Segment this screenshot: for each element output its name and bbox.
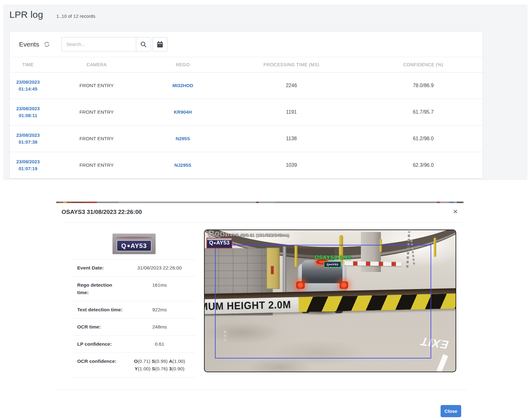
camera-cell: FRONT ENTRY xyxy=(46,83,147,88)
yellow-bollard xyxy=(434,238,436,257)
detail-row: OCR time: 248ms xyxy=(73,318,195,335)
events-title: Events xyxy=(19,41,39,48)
calendar-button[interactable] xyxy=(152,37,167,52)
table-row[interactable]: 23/08/202301:07:19 FRONT ENTRY NJ295S 10… xyxy=(10,152,483,179)
modal-close-button[interactable]: × xyxy=(453,207,458,215)
detail-value: 922ms xyxy=(124,306,195,314)
plate-thumbnail-image: QAY53 xyxy=(112,234,156,254)
detail-label: Rego detection time: xyxy=(73,281,124,296)
events-card: Events xyxy=(9,31,483,179)
table-row[interactable]: 23/08/202301:07:38 FRONT ENTRY N295S 113… xyxy=(10,126,483,152)
detail-row: Event Date: 31/08/2023 22:26:00 xyxy=(73,259,195,276)
column-header-camera[interactable]: CAMERA xyxy=(46,62,147,67)
modal-title: OSAYS3 31/08/2023 22:26:00 xyxy=(62,209,142,215)
event-detail-panel: QAY53 Event Date: 31/08/2023 22:26:00 Re… xyxy=(73,234,195,378)
confidence-cell: 61.7/95.7 xyxy=(364,109,482,115)
column-header-processing-time[interactable]: PROCESSING TIME (MS) xyxy=(219,62,364,67)
detection-overlay-text: OSAYS3 0.49/0.49/0.61 (161/922/248ms) xyxy=(208,233,289,237)
processing-time-cell: 1191 xyxy=(219,109,364,115)
processing-time-cell: 2246 xyxy=(219,83,364,88)
event-detail-modal: OSAYS3 31/08/2023 22:26:00 × QAY53 Event… xyxy=(56,206,467,420)
lpr-log-page: LPR log 1..10 of 12 records Events xyxy=(3,4,527,180)
detail-label: Text detection time: xyxy=(73,306,124,314)
detection-roi-rectangle xyxy=(215,245,431,358)
detail-value: 248ms xyxy=(124,323,195,331)
search-group xyxy=(62,37,151,52)
close-icon: × xyxy=(453,207,458,216)
detail-label: LP confidence: xyxy=(73,340,124,348)
camera-cell: FRONT ENTRY xyxy=(46,162,147,168)
detail-value: 161ms xyxy=(124,281,195,296)
camera-cell: FRONT ENTRY xyxy=(46,109,147,115)
modal-footer-divider xyxy=(56,390,467,390)
confidence-cell: 62.3/96.0 xyxy=(364,162,482,168)
event-time-link[interactable]: 23/08/202301:07:38 xyxy=(10,132,46,146)
detail-label: OCR time: xyxy=(73,323,124,331)
detail-label: Event Date: xyxy=(73,264,124,272)
detail-label: OCR confidence: xyxy=(73,358,124,373)
search-button[interactable] xyxy=(136,37,151,52)
plate-text: QAY53 xyxy=(117,240,152,251)
event-details-list: Event Date: 31/08/2023 22:26:00 Rego det… xyxy=(73,259,195,378)
close-button[interactable]: Close xyxy=(441,405,461,417)
detail-row: Text detection time: 922ms xyxy=(73,301,195,318)
confidence-cell: 61.2/98.0 xyxy=(364,136,482,141)
refresh-icon xyxy=(43,41,50,48)
event-time-link[interactable]: 23/08/202301:08:11 xyxy=(10,105,46,119)
detection-plate-box: Q●AY53 xyxy=(324,261,341,268)
confidence-cell: 78.0/86.9 xyxy=(364,83,482,88)
detail-value: 0.61 xyxy=(124,340,195,348)
calendar-icon xyxy=(157,41,163,48)
rego-link[interactable]: NJ295S xyxy=(174,162,191,168)
table-row[interactable]: 23/08/202301:08:11 FRONT ENTRY KR904H 11… xyxy=(10,99,483,126)
page-header: LPR log 1..10 of 12 records xyxy=(9,9,95,20)
event-time-link[interactable]: 23/08/202301:07:19 xyxy=(10,158,46,172)
detected-plate-crop: QAY53 xyxy=(207,238,232,248)
page-title: LPR log xyxy=(9,9,43,20)
column-header-rego[interactable]: REGO xyxy=(147,62,219,67)
processing-time-cell: 1138 xyxy=(219,136,364,141)
detail-row: LP confidence: 0.61 xyxy=(73,335,195,353)
detail-value: 31/08/2023 22:26:00 xyxy=(124,264,195,272)
table-row[interactable]: 23/08/202301:14:45 FRONT ENTRY MI32HOD 2… xyxy=(10,72,483,99)
processing-time-cell: 1039 xyxy=(219,162,364,168)
events-toolbar: Events xyxy=(10,32,483,57)
rego-link[interactable]: N295S xyxy=(176,136,190,141)
detail-row: Rego detection time: 161ms xyxy=(73,276,195,301)
table-header-row: TIME CAMERA REGO PROCESSING TIME (MS) CO… xyxy=(10,57,483,72)
modal-header-divider xyxy=(62,222,462,223)
events-table-body: 23/08/202301:14:45 FRONT ENTRY MI32HOD 2… xyxy=(10,72,483,179)
column-header-confidence[interactable]: CONFIDENCE (%) xyxy=(364,62,482,67)
column-header-time[interactable]: TIME xyxy=(10,62,46,67)
rego-link[interactable]: KR904H xyxy=(174,109,192,115)
camera-cell: FRONT ENTRY xyxy=(46,136,147,141)
detail-row: OCR confidence: O(0.71) S(0.99) A(1.00)Y… xyxy=(73,353,195,378)
detail-value: O(0.71) S(0.99) A(1.00)Y(1.00) S(0.76) 3… xyxy=(124,358,195,373)
search-input[interactable] xyxy=(62,37,136,52)
compressed-page-strip xyxy=(56,202,464,203)
plate-emblem xyxy=(127,245,130,247)
detection-label: OSAYS3 0.49 xyxy=(315,254,351,261)
event-time-link[interactable]: 23/08/202301:14:45 xyxy=(10,79,46,92)
search-icon xyxy=(140,41,147,48)
rego-link[interactable]: MI32HOD xyxy=(172,83,193,88)
records-summary: 1..10 of 12 records xyxy=(56,13,95,19)
refresh-button[interactable] xyxy=(43,41,50,48)
event-snapshot-image: MUM HEIGHT 2.0M CAR EXIT Boom Gate OSAYS… xyxy=(204,230,456,372)
plate-emblem xyxy=(214,242,216,244)
